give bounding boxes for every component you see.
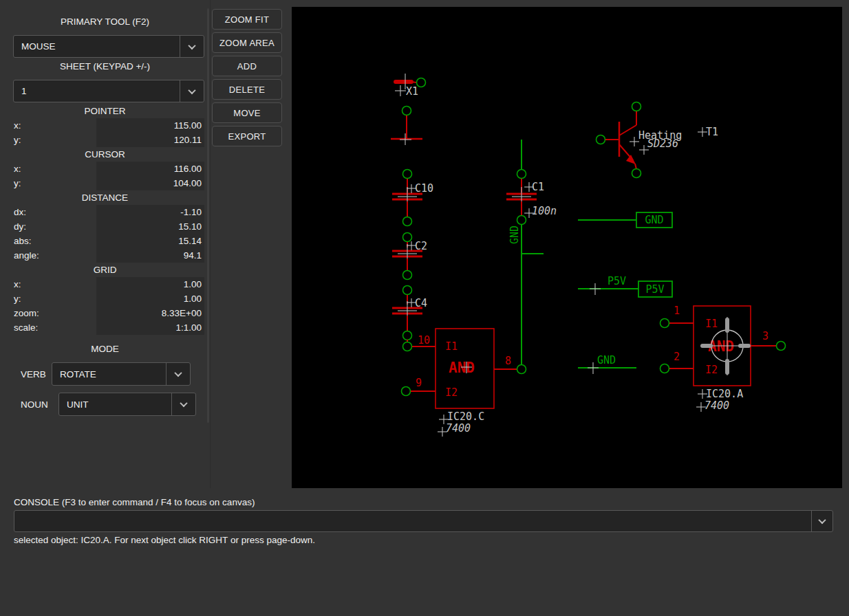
grid-scale-value: 1:1.00 xyxy=(96,320,204,335)
distance-dx-row: dx: -1.10 xyxy=(0,205,210,219)
c10-ref-label: C10 xyxy=(415,182,433,195)
capacitor-c10[interactable]: C10 xyxy=(392,170,433,226)
app-window: { "colors":{ "panel_bg":"#333333","canva… xyxy=(0,0,849,616)
grid-x-row: x: 1.00 xyxy=(0,277,210,292)
gatea-pin1-label: 1 xyxy=(674,305,680,317)
sidebar-scrollbar[interactable] xyxy=(207,8,209,423)
distance-dy-label: dy: xyxy=(14,219,26,234)
gatea-pin2-label: 2 xyxy=(674,351,680,363)
gate-ic20a[interactable]: 1 2 I1 AND I2 3 IC20.A 7400 xyxy=(660,305,786,412)
cursor-x-row: x: 116.00 xyxy=(0,162,210,176)
gatea-pin3-label: 3 xyxy=(762,330,769,342)
gatec-pin8-label: 8 xyxy=(505,355,511,367)
net-gnd-bottom[interactable]: GND xyxy=(578,354,636,374)
pointer-x-row: x: 115.00 xyxy=(0,118,210,133)
net-c1-gnd[interactable]: C1 100n GND xyxy=(506,140,557,374)
gatec-in1-label: I1 xyxy=(445,340,458,353)
grid-x-label: x: xyxy=(14,277,21,292)
gatea-in2-label: I2 xyxy=(705,364,718,376)
distance-dx-value: -1.10 xyxy=(96,205,204,219)
verb-value: ROTATE xyxy=(52,363,166,385)
gnd-vertical-label: GND xyxy=(508,226,521,244)
c1-ref-label: C1 xyxy=(532,181,544,193)
distance-abs-value: 15.14 xyxy=(96,234,204,248)
schematic-canvas[interactable]: X1 C10 C2 C4 xyxy=(292,7,842,488)
gatea-part-label: 7400 xyxy=(705,399,729,412)
distance-abs-label: abs: xyxy=(14,234,32,248)
export-button[interactable]: EXPORT xyxy=(212,126,282,146)
gatec-body-label: AND xyxy=(449,360,475,376)
distance-angle-value: 94.1 xyxy=(96,248,204,263)
chevron-down-icon[interactable] xyxy=(171,393,195,415)
grid-zoom-value: 8.33E+00 xyxy=(96,306,204,320)
noun-select[interactable]: UNIT xyxy=(58,393,196,416)
cursor-y-value: 104.00 xyxy=(96,176,204,190)
pointer-section-title: POINTER xyxy=(0,106,210,116)
console-input[interactable] xyxy=(14,511,811,531)
net-gnd-top[interactable]: GND xyxy=(578,212,672,228)
net-p5v[interactable]: P5V P5V xyxy=(578,275,672,297)
distance-dx-label: dx: xyxy=(14,205,26,219)
grid-y-row: y: 1.00 xyxy=(0,292,210,306)
gatec-in2-label: I2 xyxy=(445,386,458,399)
cursor-x-label: x: xyxy=(14,162,21,176)
grid-y-label: y: xyxy=(14,292,21,306)
chevron-down-icon[interactable] xyxy=(166,363,190,385)
zoom-fit-button[interactable]: ZOOM FIT xyxy=(212,9,282,30)
sheet-select[interactable]: 1 xyxy=(13,80,204,102)
distance-dy-row: dy: 15.10 xyxy=(0,219,210,234)
console-combobox[interactable] xyxy=(14,510,833,532)
zoom-area-button[interactable]: ZOOM AREA xyxy=(212,32,282,53)
chevron-down-icon[interactable] xyxy=(811,511,832,531)
grid-x-value: 1.00 xyxy=(96,277,204,292)
pointer-y-value: 120.11 xyxy=(96,133,204,147)
cursor-y-label: y: xyxy=(14,176,21,190)
status-text: selected object: IC20.A. For next object… xyxy=(14,535,315,545)
p5v-box-label: P5V xyxy=(645,283,664,296)
gate-ic20c[interactable]: 10 9 I1 AND I2 8 IC20.C 7400 xyxy=(402,329,517,437)
t1-ref-label: T1 xyxy=(706,126,718,138)
cursor-y-row: y: 104.00 xyxy=(0,176,210,190)
sheet-value: 1 xyxy=(14,80,180,102)
chevron-down-icon[interactable] xyxy=(180,80,204,102)
c4-ref-label: C4 xyxy=(415,297,427,309)
gatec-pin9-label: 9 xyxy=(416,377,422,389)
noun-value: UNIT xyxy=(59,393,171,415)
unit-x1[interactable]: X1 xyxy=(391,74,426,145)
gatea-in1-label: I1 xyxy=(705,318,718,330)
primary-tool-label: PRIMARY TOOL (F2) xyxy=(0,16,210,27)
sidebar-separator xyxy=(210,0,211,488)
chevron-down-icon[interactable] xyxy=(180,36,204,57)
pointer-y-label: y: xyxy=(14,133,21,147)
cursor-section-title: CURSOR xyxy=(0,149,210,160)
pointer-x-value: 115.00 xyxy=(96,118,204,133)
grid-y-value: 1.00 xyxy=(96,292,204,306)
cursor-x-value: 116.00 xyxy=(96,162,204,176)
gnd-box-label: GND xyxy=(645,214,663,226)
capacitor-c2[interactable]: C2 xyxy=(392,233,427,280)
verb-select[interactable]: ROTATE xyxy=(52,362,191,386)
distance-section-title: DISTANCE xyxy=(0,192,210,203)
delete-button[interactable]: DELETE xyxy=(212,79,282,100)
sheet-label: SHEET (KEYPAD +/-) xyxy=(0,61,210,72)
grid-scale-label: scale: xyxy=(14,320,38,335)
pointer-y-row: y: 120.11 xyxy=(0,133,210,147)
transistor-t1[interactable]: Heating SD236 T1 xyxy=(597,102,719,178)
distance-dy-value: 15.10 xyxy=(96,219,204,234)
gatec-pin10-label: 10 xyxy=(418,334,430,346)
grid-zoom-label: zoom: xyxy=(14,306,39,320)
primary-tool-value: MOUSE xyxy=(14,36,180,57)
move-button[interactable]: MOVE xyxy=(212,102,282,123)
console-label: CONSOLE (F3 to enter command / F4 to foc… xyxy=(14,497,255,507)
add-button[interactable]: ADD xyxy=(212,56,282,76)
distance-angle-label: angle: xyxy=(14,248,39,263)
gnd-bottom-label: GND xyxy=(597,354,616,366)
verb-label: VERB xyxy=(21,369,46,380)
gatec-part-label: 7400 xyxy=(446,422,471,434)
pointer-x-label: x: xyxy=(14,118,21,133)
grid-section-title: GRID xyxy=(0,265,210,275)
capacitor-c4[interactable]: C4 xyxy=(392,286,427,340)
grid-zoom-row: zoom: 8.33E+00 xyxy=(0,306,210,320)
primary-tool-select[interactable]: MOUSE xyxy=(13,35,204,58)
t1-part-label: SD236 xyxy=(647,138,678,150)
